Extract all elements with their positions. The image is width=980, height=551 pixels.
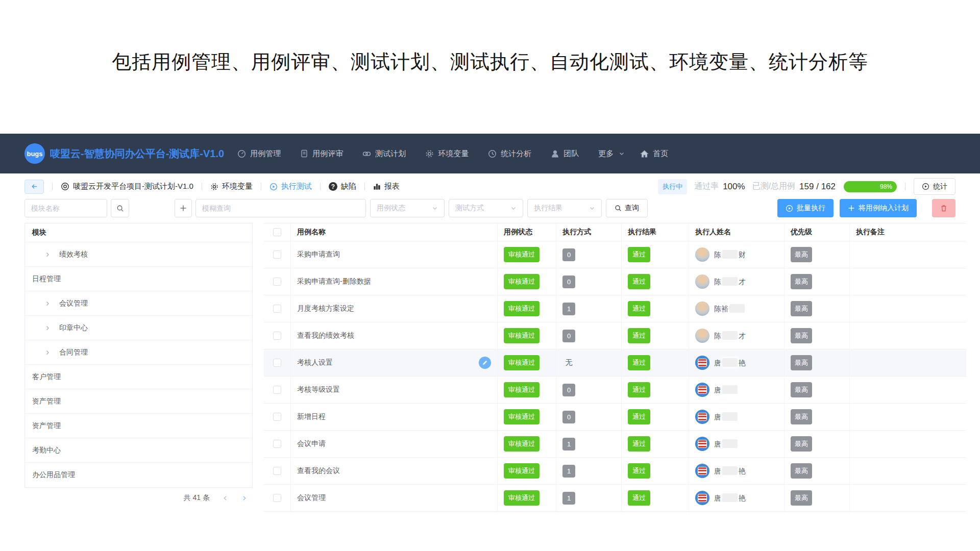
chevron-right-icon xyxy=(44,325,51,331)
prev-page-button[interactable] xyxy=(222,495,229,502)
arrow-left-icon xyxy=(31,183,38,190)
breadcrumb-project[interactable]: 唛盟云开发平台项目-测试计划-V1.0 xyxy=(61,182,193,191)
query-button[interactable]: 查询 xyxy=(606,199,648,217)
nav-item-test-plan[interactable]: 测试计划 xyxy=(362,149,406,159)
sidebar-module-item[interactable]: 资产管理 xyxy=(25,414,252,438)
row-checkbox[interactable] xyxy=(273,251,281,259)
trash-icon xyxy=(940,204,948,212)
exec-result-badge: 通过 xyxy=(628,409,650,424)
row-checkbox[interactable] xyxy=(273,386,281,394)
batch-exec-button[interactable]: 批量执行 xyxy=(777,199,834,217)
table-row[interactable]: 采购申请查询 审核通过 0 通过 陈财 最高 xyxy=(264,241,966,268)
header-case-status: 用例状态 xyxy=(498,223,556,241)
case-status-badge: 审核通过 xyxy=(504,490,540,506)
row-checkbox[interactable] xyxy=(273,413,281,421)
sidebar-module-item[interactable]: 资产管理 xyxy=(25,389,252,414)
sidebar-module-item[interactable]: 日程管理 xyxy=(25,267,252,291)
executor-name: 陈财 xyxy=(714,250,746,260)
person-icon xyxy=(551,149,559,158)
chevron-down-icon xyxy=(589,205,595,211)
module-label: 办公用品管理 xyxy=(32,470,75,480)
case-status-badge: 审核通过 xyxy=(504,409,540,424)
project-name: 唛盟云开发平台项目-测试计划-V1.0 xyxy=(73,182,193,191)
nav-label: 环境变量 xyxy=(438,149,469,159)
sidebar-module-item[interactable]: 办公用品管理 xyxy=(25,463,252,487)
table-row[interactable]: 考核等级设置 审核通过 0 通过 唐 最高 xyxy=(264,377,966,404)
exec-result-badge: 通过 xyxy=(628,355,650,370)
case-name: 新增日程 xyxy=(297,412,326,421)
priority-badge: 最高 xyxy=(791,463,812,479)
row-checkbox[interactable] xyxy=(273,278,281,286)
sidebar-module-item[interactable]: 考勤中心 xyxy=(25,438,252,463)
document-icon xyxy=(300,149,308,158)
stats-button[interactable]: 统计 xyxy=(914,178,955,195)
avatar xyxy=(695,274,709,289)
row-checkbox[interactable] xyxy=(273,494,281,502)
sidebar-module-item[interactable]: 会议管理 xyxy=(25,291,252,316)
table-row[interactable]: 新增日程 审核通过 0 通过 唐 最高 xyxy=(264,404,966,431)
sidebar-module-item[interactable]: 合同管理 xyxy=(25,340,252,365)
avatar xyxy=(695,329,709,343)
add-to-plan-button[interactable]: 将用例纳入计划 xyxy=(840,199,917,217)
executor-name: 唐 xyxy=(714,385,739,395)
nav-item-env-vars[interactable]: 环境变量 xyxy=(425,149,469,159)
select-placeholder: 测试方式 xyxy=(455,204,484,213)
back-button[interactable] xyxy=(24,180,44,194)
row-checkbox[interactable] xyxy=(273,359,281,367)
nav-more-dropdown[interactable]: 更多 xyxy=(598,149,625,159)
top-navbar: bugs 唛盟云-智慧协同办公平台-测试库-V1.0 用例管理 用例评审 测试计… xyxy=(0,134,980,173)
tab-env-vars[interactable]: 环境变量 xyxy=(210,182,253,191)
header-priority: 优先级 xyxy=(785,223,850,241)
test-method-select[interactable]: 测试方式 xyxy=(449,199,523,217)
tab-report[interactable]: 报表 xyxy=(373,182,400,191)
nav-item-case-manage[interactable]: 用例管理 xyxy=(237,149,281,159)
exec-note-cell xyxy=(850,295,966,322)
chevron-right-icon xyxy=(44,349,51,356)
table-row[interactable]: 考核人设置 审核通过 无 通过 唐艳 最高 xyxy=(264,349,966,377)
nav-item-statistics[interactable]: 统计分析 xyxy=(488,149,531,159)
app-logo: bugs xyxy=(24,143,45,164)
table-row[interactable]: 会议申请 审核通过 1 通过 唐 最高 xyxy=(264,431,966,458)
table-row[interactable]: 月度考核方案设定 审核通过 1 通过 陈裕 最高 xyxy=(264,295,966,322)
priority-badge: 最高 xyxy=(791,301,812,316)
header-case-name: 用例名称 xyxy=(291,223,498,241)
row-checkbox[interactable] xyxy=(273,305,281,313)
delete-button[interactable] xyxy=(932,199,955,217)
module-search-input[interactable] xyxy=(24,199,107,217)
module-search-button[interactable] xyxy=(111,199,129,217)
divider xyxy=(261,183,261,190)
table-row[interactable]: 会议管理 审核通过 1 通过 唐艳 最高 xyxy=(264,485,966,512)
nav-item-home[interactable]: 首页 xyxy=(640,149,668,159)
play-circle-icon xyxy=(786,205,793,212)
select-all-checkbox[interactable] xyxy=(273,228,281,236)
priority-badge: 最高 xyxy=(791,247,812,262)
row-checkbox[interactable] xyxy=(273,467,281,475)
tab-defects[interactable]: ? 缺陷 xyxy=(329,182,356,191)
executor-name: 唐 xyxy=(714,439,739,449)
fuzzy-search-input[interactable] xyxy=(195,199,366,217)
table-row[interactable]: 查看我的会议 审核通过 1 通过 唐艳 最高 xyxy=(264,458,966,485)
search-icon xyxy=(116,205,124,212)
sidebar-module-item[interactable]: 印章中心 xyxy=(25,316,252,340)
chevron-left-icon xyxy=(222,495,229,502)
tab-exec-test[interactable]: 执行测试 xyxy=(270,182,312,191)
edit-icon[interactable] xyxy=(479,357,491,369)
table-row[interactable]: 查看我的绩效考核 审核通过 0 通过 陈才 最高 xyxy=(264,322,966,349)
status-badge: 执行中 xyxy=(658,179,687,194)
next-page-button[interactable] xyxy=(241,495,248,502)
nav-item-case-review[interactable]: 用例评审 xyxy=(300,149,343,159)
case-name: 考核等级设置 xyxy=(297,385,340,394)
case-status-select[interactable]: 用例状态 xyxy=(370,199,445,217)
exec-result-select[interactable]: 执行结果 xyxy=(527,199,602,217)
sidebar-module-item[interactable]: 绩效考核 xyxy=(25,242,252,267)
nav-item-team[interactable]: 团队 xyxy=(551,149,579,159)
clock-icon xyxy=(488,149,497,158)
tab-label: 环境变量 xyxy=(222,182,253,191)
row-checkbox[interactable] xyxy=(273,332,281,340)
sidebar-module-item[interactable]: 客户管理 xyxy=(25,365,252,389)
module-label: 合同管理 xyxy=(59,348,88,357)
row-checkbox[interactable] xyxy=(273,440,281,448)
add-module-button[interactable] xyxy=(175,199,192,217)
exec-result-badge: 通过 xyxy=(628,463,650,479)
table-row[interactable]: 采购申请查询-删除数据 审核通过 0 通过 陈才 最高 xyxy=(264,268,966,295)
